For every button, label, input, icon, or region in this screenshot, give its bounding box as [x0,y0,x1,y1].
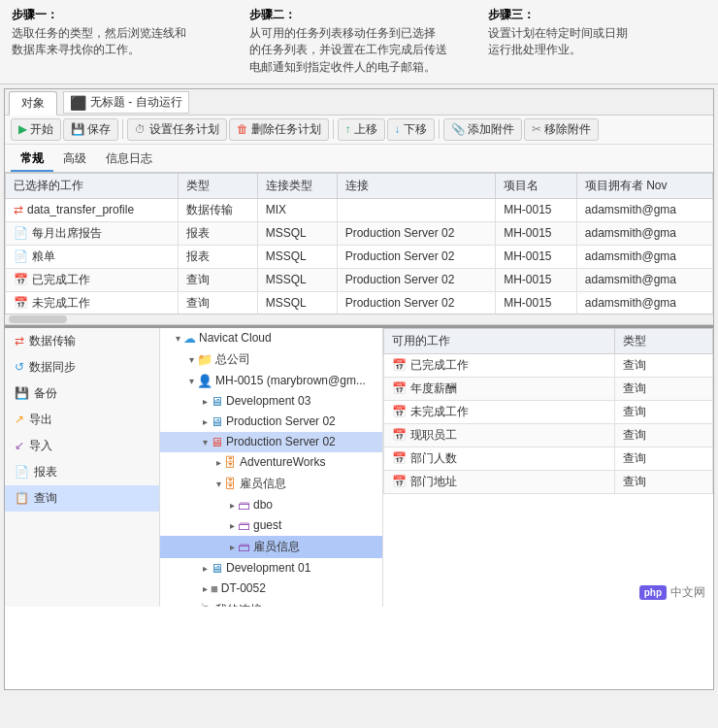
start-label: 开始 [30,122,53,137]
tree-node[interactable]: ▸ 🗃 雇员信息 [160,536,382,558]
job-table-area: 已选择的工作 类型 连接类型 连接 项目名 项目拥有者 Nov ⇄data_tr… [5,173,713,314]
avail-type: 查询 [614,400,712,423]
move-up-button[interactable]: ↑ 上移 [338,118,385,141]
table-row[interactable]: 📄每月出席报告 报表 MSSQL Production Server 02 MH… [6,221,713,245]
left-panel-item[interactable]: 📄 报表 [5,459,159,485]
title-text: 无标题 - 自动运行 [90,94,182,111]
tree-arrow: ▸ [203,563,208,574]
tree-icon: 🔌 [197,603,212,607]
job-name: 📅已完成工作 [6,268,179,291]
avail-type: 查询 [614,377,712,400]
tab-log[interactable]: 信息日志 [96,148,162,172]
left-panel: ⇄ 数据传输 ↺ 数据同步 💾 备份 ↗ 导出 ↙ 导入 📄 报表 📋 查询 [5,328,160,607]
job-type: 数据传输 [178,198,257,221]
col-project: 项目名 [496,173,577,198]
save-icon: 💾 [71,122,84,136]
tree-node[interactable]: ▸ 🗄 AdventureWorks [160,452,382,473]
avail-col-name: 可用的工作 [384,328,615,353]
tree-icon: 🗃 [238,498,250,513]
start-button[interactable]: ▶ 开始 [11,118,61,141]
tree-node[interactable]: ▸ 🖥 Development 01 [160,558,382,579]
tree-node[interactable]: ▾ 🖥 Production Server 02 [160,432,382,452]
left-panel-item[interactable]: ↺ 数据同步 [5,354,159,381]
available-jobs-table: 可用的工作 类型 📅已完成工作 查询 📅年度薪酬 查询 📅未完成工作 查询 📅现… [383,328,713,494]
avail-type: 查询 [614,423,712,447]
tree-node[interactable]: ▸ 🖥 Development 03 [160,391,382,412]
job-owner: adamsmith@gma [576,245,712,268]
move-down-button[interactable]: ↓ 下移 [387,118,435,141]
job-conn: Production Server 02 [337,221,496,245]
set-schedule-button[interactable]: ⏱ 设置任务计划 [127,118,227,141]
tab-object[interactable]: 对象 [9,91,57,116]
tree-node[interactable]: ▸ 🗃 guest [160,515,382,536]
table-row[interactable]: 📅已完成工作 查询 MSSQL Production Server 02 MH-… [6,268,713,291]
tree-icon: 🗃 [238,540,250,554]
left-panel-item[interactable]: 💾 备份 [5,381,159,407]
tree-label: AdventureWorks [240,455,325,469]
tree-arrow: ▾ [203,437,208,447]
tree-node[interactable]: ▾ 🔌 我的连接 [160,599,382,607]
tree-node[interactable]: ▸ 🖥 Production Server 02 [160,412,382,432]
job-name: 📄每月出席报告 [6,221,179,245]
job-name: ⇄data_transfer_profile [6,198,179,221]
step-2-title: 步骤二： [249,8,468,22]
table-row[interactable]: 📄粮单 报表 MSSQL Production Server 02 MH-001… [6,245,713,268]
tree-icon: 🗄 [224,477,237,491]
list-item[interactable]: 📅年度薪酬 查询 [384,377,713,400]
tree-arrow: ▾ [216,479,221,489]
job-conn-type: MSSQL [257,268,337,291]
title-field: ⬛ 无标题 - 自动运行 [63,91,189,114]
tree-label: guest [253,518,281,532]
tree-label: 总公司 [215,351,250,368]
job-project: MH-0015 [496,198,577,221]
left-label: 数据传输 [29,333,76,349]
list-item[interactable]: 📅已完成工作 查询 [384,353,713,377]
job-owner: adamsmith@gma [576,291,712,314]
bottom-section: ⇄ 数据传输 ↺ 数据同步 💾 备份 ↗ 导出 ↙ 导入 📄 报表 📋 查询 ▾… [5,325,713,607]
horizontal-scrollbar[interactable] [5,314,713,325]
tab-general[interactable]: 常规 [11,148,53,172]
avail-name: 📅部门人数 [384,447,615,470]
remove-attachment-button[interactable]: ✂ 移除附件 [524,118,599,141]
table-row[interactable]: 📅未完成工作 查询 MSSQL Production Server 02 MH-… [6,291,713,314]
tree-node[interactable]: ▸ ■ DT-0052 [160,579,382,599]
left-label: 备份 [34,385,57,402]
left-icon: 📄 [15,465,29,479]
left-panel-item[interactable]: ↙ 导入 [5,433,159,459]
tree-label: DT-0052 [221,581,266,595]
tab-advanced[interactable]: 高级 [53,148,96,172]
list-item[interactable]: 📅部门地址 查询 [384,470,713,493]
tree-node[interactable]: ▾ ☁ Navicat Cloud [160,328,382,348]
set-schedule-label: 设置任务计划 [149,122,219,137]
list-item[interactable]: 📅部门人数 查询 [384,447,713,470]
sub-tabs: 常规 高级 信息日志 [5,145,713,173]
scrollbar-thumb[interactable] [9,315,67,323]
list-item[interactable]: 📅现职员工 查询 [384,423,713,447]
tree-arrow: ▾ [189,354,194,365]
job-conn: Production Server 02 [337,268,496,291]
tree-node[interactable]: ▾ 🗄 雇员信息 [160,473,382,495]
left-label: 导入 [29,438,52,454]
left-panel-item[interactable]: ↗ 导出 [5,407,159,433]
tree-icon: 🗄 [224,455,237,470]
tree-label: 雇员信息 [240,476,286,492]
tree-node[interactable]: ▾ 👤 MH-0015 (marybrown@gm... [160,371,382,391]
tree-node[interactable]: ▾ 📁 总公司 [160,348,382,371]
left-panel-item[interactable]: ⇄ 数据传输 [5,328,159,354]
start-icon: ▶ [18,122,27,136]
tree-node[interactable]: ▸ 🗃 dbo [160,495,382,515]
step-3-desc: 设置计划在特定时间或日期运行批处理作业。 [488,25,706,59]
save-button[interactable]: 💾 保存 [63,118,118,141]
table-row[interactable]: ⇄data_transfer_profile 数据传输 MIX MH-0015 … [6,198,713,221]
del-schedule-button[interactable]: 🗑 删除任务计划 [229,118,329,141]
tree-label: MH-0015 (marybrown@gm... [215,374,366,387]
add-attachment-button[interactable]: 📎 添加附件 [443,118,522,141]
job-conn-type: MSSQL [257,245,337,268]
green-icon: ⬛ [70,95,86,111]
job-type: 报表 [178,245,257,268]
left-label: 报表 [34,464,57,480]
right-panel: 可用的工作 类型 📅已完成工作 查询 📅年度薪酬 查询 📅未完成工作 查询 📅现… [383,328,713,607]
list-item[interactable]: 📅未完成工作 查询 [384,400,713,423]
left-panel-item[interactable]: 📋 查询 [5,485,159,512]
sep1 [122,119,123,139]
